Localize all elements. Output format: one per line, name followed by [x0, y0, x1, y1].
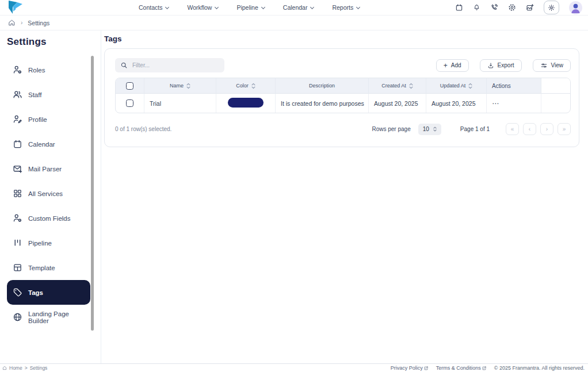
sidebar-item-all-services[interactable]: All Services [7, 181, 90, 206]
search-icon [120, 62, 128, 69]
terms-link[interactable]: Terms & Conditions [436, 365, 486, 371]
header-description: Description [276, 78, 369, 94]
sort-icon [186, 83, 190, 89]
prev-page-button[interactable]: ‹ [523, 123, 536, 135]
breadcrumb-current: Settings [28, 20, 49, 26]
avatar[interactable] [569, 1, 582, 14]
page-title: Tags [104, 34, 579, 43]
sidebar-item-mail-parser[interactable]: Mail Parser [7, 156, 90, 181]
sidebar-item-tags[interactable]: Tags [7, 280, 90, 305]
page-indicator: Page 1 of 1 [460, 126, 490, 132]
table-row: Trial It is created for demo purposes Au… [116, 94, 570, 113]
next-page-button[interactable]: › [540, 123, 553, 135]
profile-icon [13, 114, 22, 124]
sidebar-nav: Roles Staff Profile Calendar Mail Parser [7, 57, 90, 329]
row-color-cell [216, 94, 276, 113]
color-swatch [228, 98, 264, 108]
first-page-button[interactable]: « [506, 123, 519, 135]
top-navbar: Contacts Workflow Pipeline Calendar Repo… [0, 0, 588, 16]
home-icon-small [2, 366, 7, 370]
select-all-checkbox[interactable] [126, 82, 133, 90]
nav-item-calendar[interactable]: Calendar [283, 4, 314, 11]
more-options-button[interactable]: ⋯ [492, 99, 499, 108]
tag-icon [13, 287, 22, 297]
download-icon [487, 62, 494, 69]
header-select-all [116, 78, 144, 94]
row-filler-cell [541, 94, 570, 113]
sidebar-item-pipeline[interactable]: Pipeline [7, 231, 90, 255]
sun-icon [548, 4, 555, 11]
sort-icon [468, 83, 472, 89]
sidebar-item-staff[interactable]: Staff [7, 82, 90, 107]
last-page-button[interactable]: » [558, 123, 571, 135]
header-created-at[interactable]: Created At [369, 78, 426, 94]
chevron-down-icon [356, 5, 360, 9]
nav-item-reports[interactable]: Reports [332, 4, 360, 11]
franmantra-logo[interactable] [8, 1, 24, 14]
sidebar-scrollbar[interactable] [91, 56, 94, 331]
header-color[interactable]: Color [216, 78, 276, 94]
bell-icon[interactable] [473, 3, 480, 11]
toolbar-buttons: + Add Export View [436, 59, 571, 72]
custom-fields-icon [13, 213, 22, 223]
up-down-icon [433, 126, 437, 132]
rows-per-page-select[interactable]: 10 [418, 124, 441, 135]
settings-sidebar: Settings Roles Staff Profile Calendar [0, 30, 101, 363]
row-checkbox[interactable] [126, 99, 133, 107]
theme-toggle-button[interactable] [544, 1, 559, 14]
filter-input[interactable] [132, 62, 219, 68]
calendar-icon [13, 139, 22, 149]
table-toolbar: + Add Export View [115, 58, 571, 72]
row-created-cell: August 20, 2025 [369, 94, 426, 113]
home-icon[interactable] [8, 19, 16, 26]
sidebar-item-roles[interactable]: Roles [7, 57, 90, 82]
chevron-down-icon [165, 5, 169, 9]
image-plus-icon[interactable] [526, 3, 534, 11]
filter-search [115, 58, 224, 72]
row-updated-cell: August 20, 2025 [426, 94, 487, 113]
export-button[interactable]: Export [480, 59, 522, 72]
privacy-policy-link[interactable]: Privacy Policy [391, 365, 428, 371]
pagination-bar: 0 of 1 row(s) selected. Rows per page 10… [115, 123, 571, 135]
row-description-cell: It is created for demo purposes [276, 94, 369, 113]
breadcrumb: › Settings [0, 16, 588, 30]
nav-item-contacts[interactable]: Contacts [139, 4, 169, 11]
sort-icon [251, 83, 255, 89]
add-button[interactable]: + Add [436, 59, 469, 72]
header-filler [541, 78, 570, 94]
sidebar-item-template[interactable]: Template [7, 255, 90, 280]
chevron-down-icon [310, 5, 314, 9]
selection-status: 0 of 1 row(s) selected. [115, 126, 171, 132]
nav-item-pipeline[interactable]: Pipeline [236, 4, 264, 11]
template-icon [13, 263, 22, 273]
app-window: Contacts Workflow Pipeline Calendar Repo… [0, 0, 588, 372]
sidebar-item-custom-fields[interactable]: Custom Fields [7, 206, 90, 231]
chevron-down-icon [215, 5, 219, 9]
footer-links: Privacy Policy Terms & Conditions © 2025… [391, 365, 585, 371]
view-button[interactable]: View [533, 59, 571, 72]
pagination-buttons: « ‹ › » [506, 123, 571, 135]
row-name-cell: Trial [144, 94, 216, 113]
calendar-icon[interactable] [455, 3, 463, 11]
footer-breadcrumb: Home > Settings [2, 365, 47, 371]
phone-call-icon[interactable] [490, 3, 498, 11]
globe-icon [13, 312, 22, 322]
sidebar-item-profile[interactable]: Profile [7, 107, 90, 132]
plus-icon: + [444, 62, 448, 69]
nav-item-workflow[interactable]: Workflow [187, 4, 218, 11]
user-icon [569, 1, 582, 14]
footer-bar: Home > Settings Privacy Policy Terms & C… [0, 363, 588, 372]
sidebar-item-landing-page-builder[interactable]: Landing Page Builder [7, 305, 90, 329]
pipeline-icon [13, 238, 22, 248]
tags-table: Name Color Description Created At Update… [115, 78, 571, 113]
main-nav: Contacts Workflow Pipeline Calendar Repo… [139, 4, 360, 11]
sidebar-item-calendar[interactable]: Calendar [7, 132, 90, 156]
footer-separator: > [25, 365, 28, 371]
row-select-cell [116, 94, 144, 113]
roles-icon [13, 65, 22, 75]
gear-icon[interactable] [508, 3, 516, 11]
header-updated-at[interactable]: Updated At [426, 78, 487, 94]
franmantra-logo-icon [8, 1, 23, 14]
copyright-text: © 2025 Franmantra. All rights reserved. [494, 365, 585, 371]
header-name[interactable]: Name [144, 78, 216, 94]
